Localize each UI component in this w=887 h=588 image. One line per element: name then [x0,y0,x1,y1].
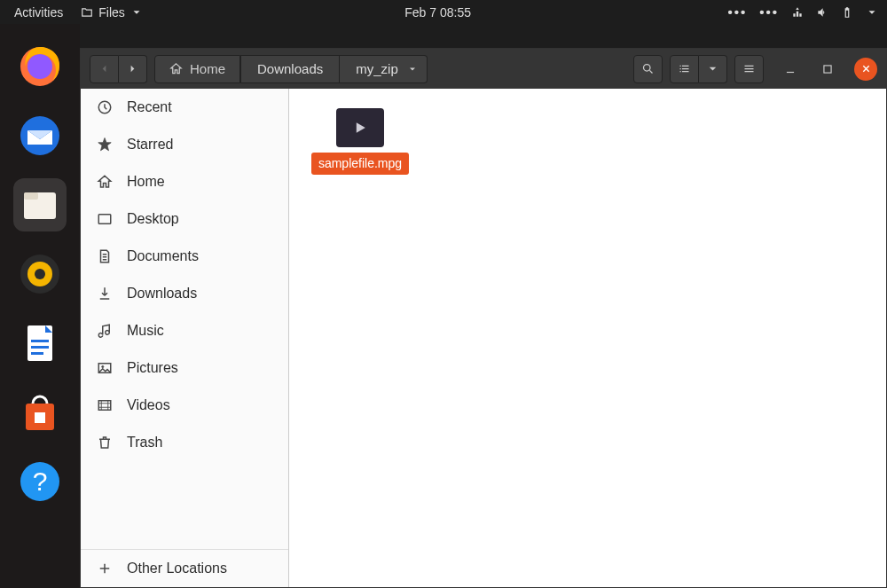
menu-icon [742,62,756,75]
minimize-button[interactable] [780,59,801,80]
crumb-current-label: my_zip [356,61,398,76]
download-icon [97,286,113,302]
maximize-button[interactable] [817,59,838,80]
close-icon [861,64,871,74]
svg-point-22 [102,365,104,367]
dock-app-libreoffice[interactable] [13,317,67,370]
video-icon [97,397,113,413]
folder-icon [81,6,93,19]
back-button[interactable] [90,55,119,83]
path-bar: Home Downloads my_zip [154,55,428,83]
sidebar-item-label: Videos [127,397,170,413]
clock-icon [97,99,113,115]
chevron-down-icon [130,6,143,19]
forward-button[interactable] [119,55,147,83]
maximize-icon [821,63,834,75]
crumb-downloads[interactable]: Downloads [240,55,340,83]
hamburger-menu-button[interactable] [734,55,764,83]
svg-rect-23 [98,401,111,411]
view-list-button[interactable] [670,55,699,83]
sidebar-item-recent[interactable]: Recent [81,89,288,126]
close-button[interactable] [854,58,877,81]
svg-rect-17 [787,71,794,72]
video-thumbnail [336,108,384,147]
sidebar-item-label: Desktop [127,211,179,227]
volume-icon[interactable] [816,6,828,19]
sidebar-item-trash[interactable]: Trash [81,424,288,461]
svg-rect-11 [31,352,43,355]
sidebar-item-label: Recent [127,99,172,115]
sidebar-item-videos[interactable]: Videos [81,387,288,424]
desktop: ? Home Downloads my_zip [0,24,887,588]
sidebar-item-label: Pictures [127,360,178,376]
svg-text:?: ? [33,466,48,496]
home-icon [97,174,113,190]
file-view[interactable]: samplefile.mpg [289,89,886,587]
play-icon [351,119,369,137]
star-icon [97,137,113,153]
dock-app-firefox[interactable] [13,40,67,93]
minimize-icon [784,63,797,75]
sidebar-item-other-locations[interactable]: Other Locations [81,550,288,587]
indicator-dots-1[interactable]: ••• [727,4,747,20]
crumb-home[interactable]: Home [154,55,240,83]
svg-rect-18 [824,65,831,72]
svg-rect-10 [31,346,49,349]
chevron-left-icon [98,62,111,75]
files-headerbar: Home Downloads my_zip [81,49,886,89]
sidebar-item-home[interactable]: Home [81,163,288,200]
plus-icon [97,561,113,576]
sidebar-item-label: Trash [127,435,162,451]
chevron-down-icon [407,64,418,74]
places-sidebar: Recent Starred Home Desktop Documents Do… [81,89,289,587]
sidebar-item-label: Starred [127,137,173,153]
network-icon[interactable] [791,6,804,19]
indicator-dots-2[interactable]: ••• [759,4,779,20]
files-body: Recent Starred Home Desktop Documents Do… [81,89,886,587]
dock-app-files[interactable] [13,178,67,231]
chevron-right-icon [126,62,139,75]
shopping-bag-icon [19,391,61,434]
picture-icon [97,360,113,376]
sidebar-item-starred[interactable]: Starred [81,126,288,163]
firefox-icon [19,45,61,88]
dock-app-rhythmbox[interactable] [13,247,67,301]
sidebar-item-music[interactable]: Music [81,312,288,349]
trash-icon [97,435,113,451]
dock-app-help[interactable]: ? [13,455,67,508]
app-menu-label: Files [98,5,125,20]
view-options-button[interactable] [699,55,727,83]
sidebar-item-label: Downloads [127,286,197,302]
svg-point-7 [35,269,45,279]
file-item[interactable]: samplefile.mpg [316,108,404,175]
svg-rect-4 [24,192,38,200]
thunderbird-icon [19,114,61,157]
sidebar-item-downloads[interactable]: Downloads [81,275,288,312]
svg-rect-9 [31,340,49,342]
crumb-current[interactable]: my_zip [340,55,428,83]
sidebar-item-label: Other Locations [127,561,227,576]
app-menu[interactable]: Files [75,3,148,22]
sidebar-item-pictures[interactable]: Pictures [81,349,288,387]
clock[interactable]: Feb 7 08:55 [399,3,476,22]
activities-button[interactable]: Activities [9,3,68,22]
dock-app-software[interactable] [13,386,67,439]
search-icon [641,62,655,75]
search-button[interactable] [633,55,663,83]
battery-icon[interactable] [841,6,853,19]
crumb-home-label: Home [190,61,225,76]
sidebar-item-desktop[interactable]: Desktop [81,200,288,238]
document-icon [97,248,113,264]
files-window: Home Downloads my_zip [80,48,887,588]
speaker-icon [19,253,61,295]
svg-rect-13 [35,412,45,423]
sidebar-item-label: Documents [127,248,199,264]
files-icon [19,184,61,226]
list-icon [678,62,691,75]
window-controls [780,58,877,81]
sidebar-item-label: Home [127,174,165,190]
svg-point-1 [27,54,52,79]
dock-app-thunderbird[interactable] [13,109,67,162]
chevron-down-icon[interactable] [866,6,878,19]
sidebar-item-documents[interactable]: Documents [81,238,288,275]
